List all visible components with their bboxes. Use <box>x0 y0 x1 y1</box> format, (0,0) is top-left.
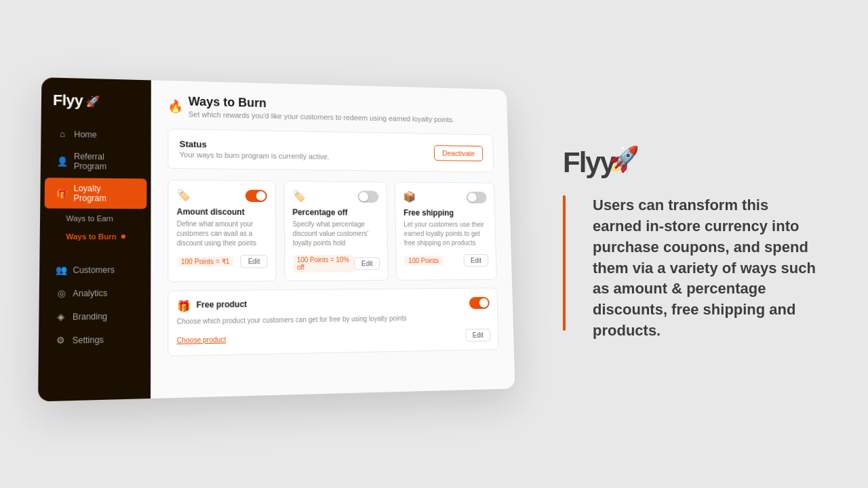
sidebar-item-home[interactable]: ⌂ Home <box>45 123 147 146</box>
amount-discount-footer: 100 Points = ₹1 Edit <box>177 255 268 268</box>
ways-to-burn-label: Ways to Burn <box>66 232 117 241</box>
free-shipping-value: 100 Points <box>404 256 442 266</box>
free-shipping-edit-button[interactable]: Edit <box>463 254 488 267</box>
referral-icon: 👤 <box>56 156 68 167</box>
brand-logo-text: Flyy <box>563 146 614 179</box>
logo-text: Flyy <box>53 92 83 110</box>
sidebar-item-branding-label: Branding <box>73 311 107 321</box>
sidebar: Flyy 🚀 ⌂ Home 👤 Referral Program 🎁 Loyal… <box>38 77 151 401</box>
sidebar-item-referral-label: Referral Program <box>74 152 136 172</box>
customers-icon: 👥 <box>56 264 67 275</box>
free-product-desc: Choose which product your customers can … <box>177 312 490 327</box>
amount-discount-edit-button[interactable]: Edit <box>241 255 267 268</box>
right-panel: Flyy 🚀 Users can transform this earned i… <box>563 133 821 355</box>
loyalty-icon: 🎁 <box>56 188 68 199</box>
free-shipping-name: Free shipping <box>403 208 487 218</box>
percentage-off-value: 100 Points = 10% off <box>293 255 355 272</box>
percentage-off-name: Percentage off <box>292 207 379 217</box>
branding-icon: ◈ <box>55 311 66 322</box>
orange-divider <box>563 195 566 331</box>
feature-card-percentage-off: 🏷️ Percentage off Specify what percentag… <box>283 181 389 282</box>
percentage-off-icon: 🏷️ <box>292 190 306 203</box>
amount-discount-value: 100 Points = ₹1 <box>177 256 234 267</box>
ways-to-earn-label: Ways to Earn <box>66 214 113 223</box>
sidebar-item-loyalty[interactable]: 🎁 Loyalty Program <box>45 178 147 209</box>
analytics-icon: ◎ <box>55 288 66 299</box>
toggle-thumb <box>468 192 477 202</box>
active-dot <box>121 235 125 239</box>
free-product-name: Free product <box>196 299 247 309</box>
sidebar-logo: Flyy 🚀 <box>41 91 151 125</box>
feature-header-percentage: 🏷️ <box>292 190 379 203</box>
main-content: 🔥 Ways to Burn Set which rewards you'd l… <box>151 80 515 399</box>
sidebar-item-home-label: Home <box>74 129 97 140</box>
settings-icon: ⚙ <box>55 335 66 346</box>
feature-header-shipping: 📦 <box>403 190 486 203</box>
app-card: Flyy 🚀 ⌂ Home 👤 Referral Program 🎁 Loyal… <box>38 77 515 401</box>
feature-card-free-product: 🎁 Free product Choose which product your… <box>167 287 498 356</box>
free-shipping-footer: 100 Points Edit <box>404 254 488 267</box>
deactivate-button[interactable]: Deactivate <box>434 145 484 161</box>
percentage-off-footer: 100 Points = 10% off Edit <box>293 255 380 272</box>
free-shipping-toggle[interactable] <box>467 191 487 203</box>
free-product-footer: Choose product Edit <box>177 329 491 347</box>
feature-card-free-shipping: 📦 Free shipping Let your customers use t… <box>395 182 497 281</box>
sidebar-item-customers[interactable]: 👥 Customers <box>43 259 146 281</box>
sidebar-subitem-ways-to-earn[interactable]: Ways to Earn <box>40 210 151 227</box>
free-product-toggle[interactable] <box>469 297 490 309</box>
percentage-off-toggle[interactable] <box>358 190 379 203</box>
sidebar-item-branding[interactable]: ◈ Branding <box>43 305 146 328</box>
flyy-brand: Flyy 🚀 <box>563 146 639 179</box>
feature-header-amount: 🏷️ <box>177 188 267 202</box>
status-card: Status Your ways to burn program is curr… <box>167 129 494 173</box>
free-product-edit-button[interactable]: Edit <box>465 329 490 342</box>
status-info: Status Your ways to burn program is curr… <box>180 139 330 161</box>
sidebar-item-settings[interactable]: ⚙ Settings <box>43 328 146 352</box>
free-product-icon: 🎁 <box>177 300 191 313</box>
amount-discount-desc: Define what amount your customers can av… <box>177 220 267 249</box>
flame-icon: 🔥 <box>167 98 182 113</box>
page-header: 🔥 Ways to Burn Set which rewards you'd l… <box>167 94 492 125</box>
free-shipping-desc: Let your customers use their earned loya… <box>403 220 488 248</box>
sidebar-item-referral[interactable]: 👤 Referral Program <box>45 146 146 178</box>
status-description: Your ways to burn program is currently a… <box>180 150 330 161</box>
amount-discount-name: Amount discount <box>177 207 267 217</box>
app-card-wrapper: Flyy 🚀 ⌂ Home 👤 Referral Program 🎁 Loyal… <box>47 81 522 393</box>
free-shipping-icon: 📦 <box>403 190 416 203</box>
logo-rocket: 🚀 <box>85 94 100 108</box>
sidebar-item-loyalty-label: Loyalty Program <box>73 184 135 203</box>
home-icon: ⌂ <box>57 129 68 140</box>
right-text-block: Users can transform this earned in-store… <box>563 195 821 342</box>
sidebar-item-analytics[interactable]: ◎ Analytics <box>43 282 146 305</box>
percentage-off-desc: Specify what percentage discount value c… <box>292 220 380 248</box>
features-grid: 🏷️ Amount discount Define what amount yo… <box>167 180 497 282</box>
amount-discount-icon: 🏷️ <box>177 188 191 201</box>
choose-product-link[interactable]: Choose product <box>177 336 226 344</box>
amount-discount-toggle[interactable] <box>245 189 267 201</box>
sidebar-item-customers-label: Customers <box>73 265 115 275</box>
sidebar-item-analytics-label: Analytics <box>73 288 107 298</box>
toggle-thumb <box>359 192 369 201</box>
page-title-block: Ways to Burn Set which rewards you'd lik… <box>189 95 454 124</box>
feature-card-amount-discount: 🏷️ Amount discount Define what amount yo… <box>167 180 276 282</box>
free-product-top: 🎁 Free product <box>177 296 490 312</box>
sidebar-navigation: ⌂ Home 👤 Referral Program 🎁 Loyalty Prog… <box>39 123 151 352</box>
toggle-thumb <box>479 298 488 308</box>
sidebar-item-settings-label: Settings <box>73 335 104 345</box>
right-description: Users can transform this earned in-store… <box>593 195 821 342</box>
sidebar-subitem-ways-to-burn[interactable]: Ways to Burn <box>40 228 151 245</box>
percentage-off-edit-button[interactable]: Edit <box>354 257 380 270</box>
brand-rocket-icon: 🚀 <box>609 145 639 174</box>
toggle-thumb <box>256 191 265 201</box>
status-title: Status <box>180 139 330 151</box>
